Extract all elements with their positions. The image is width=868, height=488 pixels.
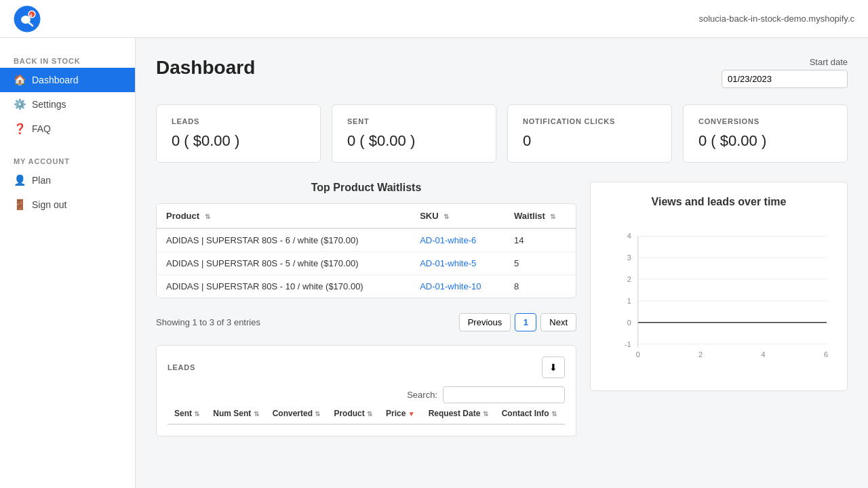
gear-icon: ⚙️	[14, 98, 26, 110]
leads-table-scroll: Sent ⇅ Num Sent ⇅ Converted ⇅ Product ⇅ …	[167, 403, 565, 425]
col-waitlist[interactable]: Waitlist ⇅	[505, 204, 576, 228]
metric-sent-label: SENT	[347, 117, 481, 125]
col-product[interactable]: Product ⇅	[157, 204, 410, 228]
sort-product-icon: ⇅	[205, 213, 210, 220]
cell-product: ADIDAS | SUPERSTAR 80S - 5 / white ($170…	[157, 252, 410, 275]
sort-contact-icon: ⇅	[551, 410, 557, 418]
sidebar-label-signout: Sign out	[32, 199, 66, 210]
svg-text:0: 0	[627, 319, 631, 327]
sort-sent-icon: ⇅	[194, 410, 199, 418]
sidebar-item-dashboard[interactable]: 🏠 Dashboard	[0, 68, 135, 92]
metric-leads-value: 0 ( $0.00 )	[172, 132, 305, 150]
main-content: Dashboard Start date LEADS 0 ( $0.00 ) S…	[136, 38, 868, 488]
metric-conversions: CONVERSIONS 0 ( $0.00 )	[683, 104, 848, 163]
sort-date-icon: ⇅	[483, 410, 488, 418]
person-icon: 👤	[14, 174, 26, 186]
col-product[interactable]: Product ⇅	[327, 403, 379, 424]
main-layout: BACK IN STOCK 🏠 Dashboard ⚙️ Settings ❓ …	[0, 38, 868, 488]
sidebar-section-back-in-stock: BACK IN STOCK	[0, 52, 135, 68]
metric-notification-clicks: NOTIFICATION CLICKS 0	[507, 104, 672, 163]
signout-icon: 🚪	[14, 199, 26, 211]
table-row: ADIDAS | SUPERSTAR 80S - 10 / white ($17…	[157, 275, 576, 298]
svg-text:1: 1	[627, 297, 631, 305]
next-button[interactable]: Next	[540, 313, 576, 331]
col-price[interactable]: Price ▼	[379, 403, 422, 424]
prev-button[interactable]: Previous	[459, 313, 511, 331]
waitlist-table-container: Product ⇅ SKU ⇅ Waitlist ⇅	[156, 203, 576, 298]
leads-section: LEADS ⬇ Search: Sent ⇅ Num Sent ⇅	[156, 345, 576, 436]
sort-waitlist-icon: ⇅	[550, 213, 555, 220]
topbar: 4 solucia-back-in-stock-demo.myshopify.c	[0, 0, 868, 38]
metric-leads: LEADS 0 ( $0.00 )	[156, 104, 321, 163]
cell-waitlist: 8	[505, 275, 576, 298]
cell-waitlist: 5	[505, 252, 576, 275]
store-url: solucia-back-in-stock-demo.myshopify.c	[699, 14, 855, 24]
waitlist-section: Top Product Waitlists Product ⇅ SKU	[156, 182, 576, 436]
search-label: Search:	[407, 390, 437, 400]
sidebar-section-my-account: MY ACCOUNT	[0, 152, 135, 168]
cell-sku[interactable]: AD-01-white-5	[410, 252, 505, 275]
col-request-date[interactable]: Request Date ⇅	[422, 403, 495, 424]
svg-text:3: 3	[627, 253, 631, 262]
start-date-label: Start date	[810, 57, 848, 67]
cell-product: ADIDAS | SUPERSTAR 80S - 6 / white ($170…	[157, 228, 410, 252]
logo-area: 4	[14, 5, 41, 33]
svg-text:2: 2	[698, 350, 703, 359]
sidebar-item-sign-out[interactable]: 🚪 Sign out	[0, 192, 135, 217]
sidebar-label-faq: FAQ	[32, 123, 51, 134]
metric-conversions-label: CONVERSIONS	[698, 117, 832, 125]
chart-card: Views and leads over time 4 3	[590, 182, 848, 391]
col-delete[interactable]: Delete ⇅	[564, 403, 565, 424]
search-row: Search:	[167, 386, 565, 403]
leads-header-row: Sent ⇅ Num Sent ⇅ Converted ⇅ Product ⇅ …	[167, 403, 565, 424]
sidebar: BACK IN STOCK 🏠 Dashboard ⚙️ Settings ❓ …	[0, 38, 136, 488]
sort-num-sent-icon: ⇅	[254, 410, 259, 418]
metric-leads-label: LEADS	[172, 117, 305, 125]
col-sku[interactable]: SKU ⇅	[410, 204, 505, 228]
chart-svg: 4 3 2 1 0 -1 0 2 4 6	[604, 219, 833, 375]
sort-price-icon: ▼	[408, 410, 415, 418]
svg-text:4: 4	[762, 350, 766, 359]
metric-conversions-value: 0 ( $0.00 )	[698, 132, 832, 150]
leads-label: LEADS	[167, 363, 195, 371]
pagination-controls: Previous 1 Next	[459, 313, 576, 331]
metric-clicks-value: 0	[523, 132, 656, 150]
two-col-layout: Top Product Waitlists Product ⇅ SKU	[156, 182, 848, 436]
app-logo-icon: 4	[14, 5, 41, 33]
waitlist-title: Top Product Waitlists	[156, 182, 576, 194]
col-converted[interactable]: Converted ⇅	[266, 403, 328, 424]
table-header-row: Product ⇅ SKU ⇅ Waitlist ⇅	[157, 204, 576, 228]
table-row: ADIDAS | SUPERSTAR 80S - 6 / white ($170…	[157, 228, 576, 252]
svg-text:4: 4	[627, 232, 631, 241]
metric-clicks-label: NOTIFICATION CLICKS	[523, 117, 656, 125]
cell-product: ADIDAS | SUPERSTAR 80S - 10 / white ($17…	[157, 275, 410, 298]
download-button[interactable]: ⬇	[542, 357, 565, 378]
svg-text:4: 4	[30, 12, 33, 17]
sidebar-item-faq[interactable]: ❓ FAQ	[0, 117, 135, 141]
home-icon: 🏠	[14, 74, 26, 86]
leads-header: LEADS ⬇	[167, 357, 565, 378]
pagination-row: Showing 1 to 3 of 3 entries Previous 1 N…	[156, 306, 576, 345]
cell-waitlist: 14	[505, 228, 576, 252]
start-date-input[interactable]	[722, 70, 848, 88]
page-title: Dashboard	[156, 57, 255, 79]
sidebar-item-plan[interactable]: 👤 Plan	[0, 168, 135, 192]
metrics-row: LEADS 0 ( $0.00 ) SENT 0 ( $0.00 ) NOTIF…	[156, 104, 848, 163]
table-row: ADIDAS | SUPERSTAR 80S - 5 / white ($170…	[157, 252, 576, 275]
col-sent[interactable]: Sent ⇅	[167, 403, 206, 424]
cell-sku[interactable]: AD-01-white-10	[410, 275, 505, 298]
col-num-sent[interactable]: Num Sent ⇅	[206, 403, 265, 424]
sort-sku-icon: ⇅	[443, 213, 449, 220]
sidebar-label-dashboard: Dashboard	[32, 75, 79, 85]
leads-table: Sent ⇅ Num Sent ⇅ Converted ⇅ Product ⇅ …	[167, 403, 565, 425]
cell-sku[interactable]: AD-01-white-6	[410, 228, 505, 252]
svg-text:-1: -1	[625, 340, 631, 348]
svg-text:2: 2	[627, 275, 631, 283]
sidebar-item-settings[interactable]: ⚙️ Settings	[0, 92, 135, 117]
search-input[interactable]	[443, 386, 565, 403]
sort-converted-icon: ⇅	[315, 410, 320, 418]
col-contact-info[interactable]: Contact Info ⇅	[495, 403, 564, 424]
question-icon: ❓	[14, 123, 26, 135]
sidebar-label-settings: Settings	[32, 99, 66, 110]
metric-sent-value: 0 ( $0.00 )	[347, 132, 481, 150]
